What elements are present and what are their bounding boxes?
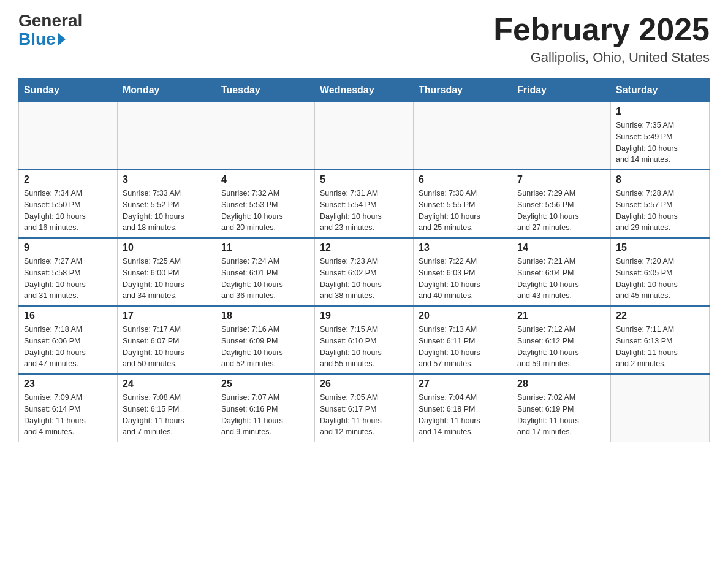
day-number: 16 [24, 310, 112, 321]
day-number: 24 [123, 378, 211, 389]
day-info: Sunrise: 7:04 AMSunset: 6:18 PMDaylight:… [419, 392, 507, 438]
day-number: 20 [419, 310, 507, 321]
day-info: Sunrise: 7:08 AMSunset: 6:15 PMDaylight:… [123, 392, 211, 438]
day-info: Sunrise: 7:02 AMSunset: 6:19 PMDaylight:… [517, 392, 605, 438]
weekday-header-monday: Monday [118, 79, 216, 102]
day-info: Sunrise: 7:17 AMSunset: 6:07 PMDaylight:… [123, 324, 211, 370]
day-info: Sunrise: 7:27 AMSunset: 5:58 PMDaylight:… [24, 256, 112, 302]
day-number: 2 [24, 174, 112, 185]
calendar-week-row: 1Sunrise: 7:35 AMSunset: 5:49 PMDaylight… [19, 102, 710, 170]
calendar-cell: 16Sunrise: 7:18 AMSunset: 6:06 PMDayligh… [19, 306, 118, 374]
calendar-cell: 2Sunrise: 7:34 AMSunset: 5:50 PMDaylight… [19, 170, 118, 238]
calendar-cell [315, 102, 414, 170]
day-info: Sunrise: 7:12 AMSunset: 6:12 PMDaylight:… [517, 324, 605, 370]
day-info: Sunrise: 7:05 AMSunset: 6:17 PMDaylight:… [320, 392, 408, 438]
day-number: 10 [123, 242, 211, 253]
calendar-week-row: 16Sunrise: 7:18 AMSunset: 6:06 PMDayligh… [19, 306, 710, 374]
day-info: Sunrise: 7:13 AMSunset: 6:11 PMDaylight:… [419, 324, 507, 370]
day-number: 14 [517, 242, 605, 253]
location-subtitle: Gallipolis, Ohio, United States [493, 50, 710, 66]
calendar-cell: 24Sunrise: 7:08 AMSunset: 6:15 PMDayligh… [118, 374, 216, 442]
day-info: Sunrise: 7:18 AMSunset: 6:06 PMDaylight:… [24, 324, 112, 370]
day-info: Sunrise: 7:09 AMSunset: 6:14 PMDaylight:… [24, 392, 112, 438]
day-info: Sunrise: 7:22 AMSunset: 6:03 PMDaylight:… [419, 256, 507, 302]
day-number: 19 [320, 310, 408, 321]
calendar-cell: 18Sunrise: 7:16 AMSunset: 6:09 PMDayligh… [216, 306, 315, 374]
day-info: Sunrise: 7:30 AMSunset: 5:55 PMDaylight:… [419, 188, 507, 234]
calendar-cell: 6Sunrise: 7:30 AMSunset: 5:55 PMDaylight… [414, 170, 512, 238]
day-number: 17 [123, 310, 211, 321]
calendar-cell: 10Sunrise: 7:25 AMSunset: 6:00 PMDayligh… [118, 238, 216, 306]
title-section: February 2025 Gallipolis, Ohio, United S… [493, 12, 710, 66]
page-header: General Blue February 2025 Gallipolis, O… [18, 12, 710, 66]
day-number: 25 [221, 378, 309, 389]
day-number: 18 [221, 310, 309, 321]
day-info: Sunrise: 7:24 AMSunset: 6:01 PMDaylight:… [221, 256, 309, 302]
calendar-cell: 9Sunrise: 7:27 AMSunset: 5:58 PMDaylight… [19, 238, 118, 306]
calendar-week-row: 23Sunrise: 7:09 AMSunset: 6:14 PMDayligh… [19, 374, 710, 442]
calendar-cell: 19Sunrise: 7:15 AMSunset: 6:10 PMDayligh… [315, 306, 414, 374]
calendar-cell: 28Sunrise: 7:02 AMSunset: 6:19 PMDayligh… [512, 374, 611, 442]
calendar-cell [512, 102, 611, 170]
day-info: Sunrise: 7:11 AMSunset: 6:13 PMDaylight:… [616, 324, 704, 370]
calendar-cell: 17Sunrise: 7:17 AMSunset: 6:07 PMDayligh… [118, 306, 216, 374]
day-number: 9 [24, 242, 112, 253]
calendar-cell: 20Sunrise: 7:13 AMSunset: 6:11 PMDayligh… [414, 306, 512, 374]
calendar-cell: 12Sunrise: 7:23 AMSunset: 6:02 PMDayligh… [315, 238, 414, 306]
calendar-cell: 4Sunrise: 7:32 AMSunset: 5:53 PMDaylight… [216, 170, 315, 238]
calendar-cell: 11Sunrise: 7:24 AMSunset: 6:01 PMDayligh… [216, 238, 315, 306]
calendar-cell: 26Sunrise: 7:05 AMSunset: 6:17 PMDayligh… [315, 374, 414, 442]
day-info: Sunrise: 7:15 AMSunset: 6:10 PMDaylight:… [320, 324, 408, 370]
weekday-header-saturday: Saturday [611, 79, 710, 102]
calendar-cell [611, 374, 710, 442]
day-number: 28 [517, 378, 605, 389]
calendar-cell: 5Sunrise: 7:31 AMSunset: 5:54 PMDaylight… [315, 170, 414, 238]
day-number: 7 [517, 174, 605, 185]
calendar-cell: 23Sunrise: 7:09 AMSunset: 6:14 PMDayligh… [19, 374, 118, 442]
day-number: 22 [616, 310, 704, 321]
logo-triangle-icon [58, 33, 66, 45]
weekday-header-sunday: Sunday [19, 79, 118, 102]
day-info: Sunrise: 7:32 AMSunset: 5:53 PMDaylight:… [221, 188, 309, 234]
calendar-week-row: 9Sunrise: 7:27 AMSunset: 5:58 PMDaylight… [19, 238, 710, 306]
day-number: 26 [320, 378, 408, 389]
calendar-cell: 15Sunrise: 7:20 AMSunset: 6:05 PMDayligh… [611, 238, 710, 306]
calendar-week-row: 2Sunrise: 7:34 AMSunset: 5:50 PMDaylight… [19, 170, 710, 238]
day-info: Sunrise: 7:16 AMSunset: 6:09 PMDaylight:… [221, 324, 309, 370]
day-info: Sunrise: 7:25 AMSunset: 6:00 PMDaylight:… [123, 256, 211, 302]
day-info: Sunrise: 7:21 AMSunset: 6:04 PMDaylight:… [517, 256, 605, 302]
day-number: 12 [320, 242, 408, 253]
day-info: Sunrise: 7:33 AMSunset: 5:52 PMDaylight:… [123, 188, 211, 234]
day-number: 15 [616, 242, 704, 253]
weekday-header-wednesday: Wednesday [315, 79, 414, 102]
calendar-cell: 13Sunrise: 7:22 AMSunset: 6:03 PMDayligh… [414, 238, 512, 306]
calendar-cell: 3Sunrise: 7:33 AMSunset: 5:52 PMDaylight… [118, 170, 216, 238]
day-number: 8 [616, 174, 704, 185]
calendar-cell: 27Sunrise: 7:04 AMSunset: 6:18 PMDayligh… [414, 374, 512, 442]
day-number: 23 [24, 378, 112, 389]
weekday-header-row: SundayMondayTuesdayWednesdayThursdayFrid… [19, 79, 710, 102]
calendar-cell: 25Sunrise: 7:07 AMSunset: 6:16 PMDayligh… [216, 374, 315, 442]
month-year-title: February 2025 [493, 12, 710, 47]
day-info: Sunrise: 7:20 AMSunset: 6:05 PMDaylight:… [616, 256, 704, 302]
day-info: Sunrise: 7:07 AMSunset: 6:16 PMDaylight:… [221, 392, 309, 438]
day-number: 6 [419, 174, 507, 185]
day-info: Sunrise: 7:35 AMSunset: 5:49 PMDaylight:… [616, 120, 704, 166]
calendar-cell [19, 102, 118, 170]
day-number: 3 [123, 174, 211, 185]
calendar-cell: 8Sunrise: 7:28 AMSunset: 5:57 PMDaylight… [611, 170, 710, 238]
calendar-cell: 14Sunrise: 7:21 AMSunset: 6:04 PMDayligh… [512, 238, 611, 306]
calendar-cell [414, 102, 512, 170]
logo-blue-text: Blue [18, 29, 56, 49]
day-info: Sunrise: 7:29 AMSunset: 5:56 PMDaylight:… [517, 188, 605, 234]
calendar-cell: 7Sunrise: 7:29 AMSunset: 5:56 PMDaylight… [512, 170, 611, 238]
weekday-header-thursday: Thursday [414, 79, 512, 102]
calendar-cell: 1Sunrise: 7:35 AMSunset: 5:49 PMDaylight… [611, 102, 710, 170]
logo-general-text: General [18, 12, 82, 29]
logo: General Blue [18, 12, 82, 49]
calendar-cell [216, 102, 315, 170]
day-number: 13 [419, 242, 507, 253]
day-number: 4 [221, 174, 309, 185]
weekday-header-friday: Friday [512, 79, 611, 102]
calendar-cell: 21Sunrise: 7:12 AMSunset: 6:12 PMDayligh… [512, 306, 611, 374]
